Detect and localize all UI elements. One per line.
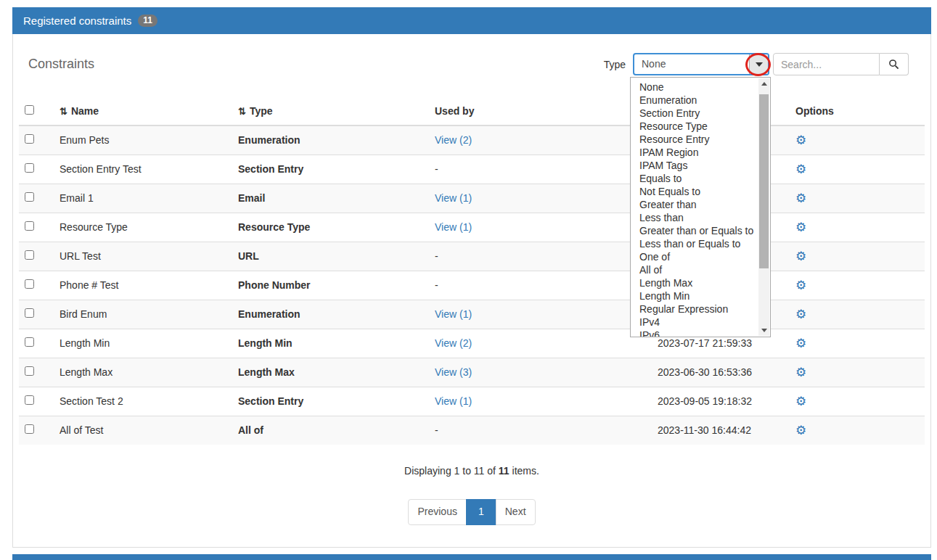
gear-icon[interactable]: ⚙	[795, 395, 806, 408]
chevron-down-icon	[756, 62, 763, 67]
used-by-link[interactable]: View (1)	[435, 192, 472, 204]
used-by-value: -	[435, 424, 438, 436]
used-by-cell: View (1)	[429, 300, 652, 329]
column-header-options-label: Options	[795, 105, 834, 117]
dropdown-scrollbar[interactable]	[758, 78, 769, 336]
row-name: Email 1	[54, 184, 232, 213]
row-checkbox[interactable]	[25, 366, 34, 376]
gear-icon[interactable]: ⚙	[795, 337, 806, 350]
table-row[interactable]: Length Max Length Max View (3) 2023-06-3…	[19, 358, 925, 387]
summary-total: 11	[499, 465, 510, 477]
row-name: Length Max	[54, 358, 232, 387]
dropdown-option[interactable]: Less than	[639, 211, 757, 224]
dropdown-option[interactable]: Section Entry	[639, 107, 757, 120]
dropdown-option[interactable]: Regular Expression	[639, 302, 757, 316]
dropdown-option[interactable]: Equals to	[639, 172, 757, 185]
gear-icon[interactable]: ⚙	[795, 308, 806, 321]
dropdown-option[interactable]: IPv4	[639, 316, 757, 329]
gear-icon[interactable]: ⚙	[795, 221, 806, 234]
dropdown-option[interactable]: Resource Type	[639, 120, 757, 133]
dropdown-option[interactable]: None	[639, 81, 757, 94]
dropdown-option[interactable]: IPv6	[639, 329, 757, 337]
options-cell: ⚙	[790, 387, 925, 416]
table-row[interactable]: Length Min Length Min View (2) 2023-07-1…	[19, 329, 925, 358]
row-checkbox[interactable]	[25, 395, 34, 405]
search-button[interactable]	[880, 53, 909, 75]
table-row[interactable]: URL Test URL - ⚙	[19, 242, 925, 271]
gear-icon[interactable]: ⚙	[795, 279, 806, 292]
scrollbar-thumb[interactable]	[759, 94, 769, 268]
gear-icon[interactable]: ⚙	[795, 366, 806, 379]
dropdown-option[interactable]: Length Max	[639, 276, 757, 289]
dropdown-option[interactable]: IPAM Region	[639, 146, 757, 159]
table-row[interactable]: Section Entry Test Section Entry - ⚙	[19, 155, 925, 184]
row-type: Length Max	[232, 358, 429, 387]
dropdown-option[interactable]: One of	[639, 250, 757, 263]
dropdown-option[interactable]: Greater than or Equals to	[639, 224, 757, 237]
used-by-link[interactable]: View (1)	[435, 308, 472, 320]
panel-body: Constraints Type None	[12, 34, 931, 548]
column-header-type[interactable]: ⇅Type	[232, 97, 429, 125]
table-row[interactable]: Bird Enum Enumeration View (1) ⚙	[19, 300, 925, 329]
row-checkbox[interactable]	[25, 337, 34, 347]
dropdown-option[interactable]: Less than or Equals to	[639, 237, 757, 250]
row-type: Enumeration	[232, 125, 429, 155]
row-checkbox[interactable]	[25, 279, 34, 289]
sort-icon: ⇅	[60, 106, 67, 117]
dropdown-option[interactable]: Length Min	[639, 289, 757, 302]
table-row[interactable]: All of Test All of - 2023-11-30 16:44:42…	[19, 416, 925, 445]
table-row[interactable]: Resource Type Resource Type View (1) ⚙	[19, 213, 925, 242]
row-checkbox[interactable]	[25, 221, 34, 231]
column-header-name[interactable]: ⇅Name	[54, 97, 232, 125]
gear-icon[interactable]: ⚙	[795, 250, 806, 263]
search-icon	[888, 59, 899, 70]
select-caret-button[interactable]	[749, 54, 768, 74]
table-row[interactable]: Section Test 2 Section Entry View (1) 20…	[19, 387, 925, 416]
type-filter-select[interactable]: None	[633, 53, 769, 75]
row-checkbox[interactable]	[25, 250, 34, 260]
dropdown-option[interactable]: Not Equals to	[639, 185, 757, 198]
options-cell: ⚙	[790, 300, 925, 329]
scroll-up-button[interactable]	[758, 78, 769, 89]
row-checkbox[interactable]	[25, 308, 34, 318]
dropdown-option[interactable]: Resource Entry	[639, 133, 757, 146]
used-by-link[interactable]: View (2)	[435, 134, 472, 146]
table-row[interactable]: Email 1 Email View (1) ⚙	[19, 184, 925, 213]
gear-icon[interactable]: ⚙	[795, 192, 806, 205]
dropdown-option[interactable]: All of	[639, 263, 757, 276]
row-checkbox[interactable]	[25, 134, 34, 144]
checkbox-cell	[19, 300, 54, 329]
used-by-link[interactable]: View (1)	[435, 221, 472, 233]
row-checkbox[interactable]	[25, 424, 34, 434]
row-name: Bird Enum	[54, 300, 232, 329]
used-by-cell: -	[429, 242, 652, 271]
used-by-link[interactable]: View (2)	[435, 337, 472, 349]
constraints-table: ⇅Name ⇅Type Used by Options	[19, 97, 925, 445]
options-cell: ⚙	[790, 329, 925, 358]
table-row[interactable]: Phone # Test Phone Number - ⚙	[19, 271, 925, 300]
row-name: Section Test 2	[54, 387, 232, 416]
dropdown-option[interactable]: Greater than	[639, 198, 757, 211]
dropdown-option[interactable]: Enumeration	[639, 94, 757, 107]
next-page-button[interactable]: Next	[496, 499, 536, 525]
gear-icon[interactable]: ⚙	[795, 133, 806, 147]
options-cell: ⚙	[790, 125, 925, 155]
scroll-down-button[interactable]	[758, 325, 769, 336]
row-checkbox[interactable]	[25, 163, 34, 173]
dropdown-option[interactable]: IPAM Tags	[639, 159, 757, 172]
used-by-link[interactable]: View (3)	[435, 366, 472, 378]
row-type: Phone Number	[232, 271, 429, 300]
select-all-checkbox[interactable]	[25, 105, 34, 115]
table-row[interactable]: Enum Pets Enumeration View (2) ⚙	[19, 125, 925, 155]
type-filter-label: Type	[604, 59, 626, 70]
gear-icon[interactable]: ⚙	[795, 424, 806, 437]
gear-icon[interactable]: ⚙	[795, 162, 806, 176]
row-type: Email	[232, 184, 429, 213]
used-by-cell: -	[429, 271, 652, 300]
previous-page-button[interactable]: Previous	[408, 499, 466, 525]
row-checkbox[interactable]	[25, 192, 34, 202]
used-by-link[interactable]: View (1)	[435, 395, 472, 407]
checkbox-cell	[19, 416, 54, 445]
page-1-button[interactable]: 1	[466, 499, 496, 525]
search-input[interactable]	[773, 53, 880, 75]
